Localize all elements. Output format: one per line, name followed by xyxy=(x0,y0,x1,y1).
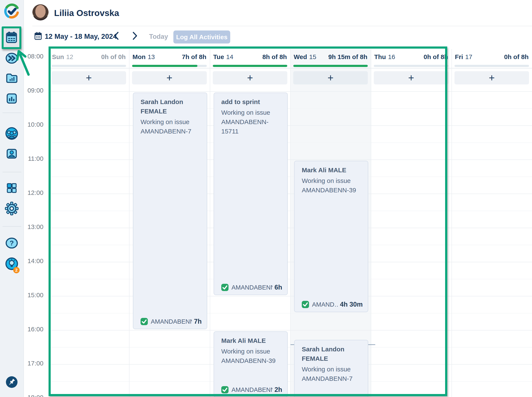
day-date: 14 xyxy=(226,53,233,60)
day-header-left: Thu16 xyxy=(374,53,395,65)
event-duration: 7h xyxy=(194,318,202,325)
previous-week-button[interactable] xyxy=(111,31,121,41)
add-activity-button-tue[interactable]: + xyxy=(213,71,287,84)
day-progress-bar xyxy=(293,65,368,67)
event-title: Sarah Landon FEMALE xyxy=(140,97,201,116)
folder-chart-icon xyxy=(5,71,18,86)
day-progress-bar xyxy=(213,65,287,67)
time-label: 13:00 xyxy=(21,223,43,230)
day-header-left: Tue14 xyxy=(213,53,233,65)
sidebar-item-teams[interactable] xyxy=(5,127,18,141)
week-calendar-grid: 08:0009:0010:0011:0012:0013:0014:0015:00… xyxy=(0,0,532,397)
sidebar: ? 2 xyxy=(0,0,24,397)
event-duration: 2h xyxy=(274,386,282,394)
event-footer: AMAND…4h 30m xyxy=(302,301,363,308)
question-icon: ? xyxy=(5,236,18,251)
column-divider xyxy=(210,49,210,397)
sidebar-item-apps[interactable] xyxy=(5,182,18,195)
toolbar: 12 May - 18 May, 2024 Today Log All Acti… xyxy=(32,28,532,45)
event-card[interactable]: Mark Ali MALEWorking on issue AMANDABENN… xyxy=(214,331,288,397)
day-header-left: Sun12 xyxy=(52,53,73,65)
log-all-activities-button[interactable]: Log All Activities xyxy=(173,31,230,43)
bar-chart-icon xyxy=(5,92,18,106)
sidebar-item-settings[interactable] xyxy=(5,202,18,216)
event-footer: AMANDABENN…6h xyxy=(221,284,282,291)
svg-text:?: ? xyxy=(10,239,14,247)
add-activity-button-sun[interactable]: + xyxy=(52,71,126,84)
issue-checkbox-icon[interactable] xyxy=(221,284,229,291)
day-logged-hours: 8h of 8h xyxy=(262,53,287,65)
sidebar-item-reports[interactable] xyxy=(5,92,18,106)
people-icon xyxy=(5,127,18,141)
day-progress-bar xyxy=(52,65,126,67)
sidebar-item-projects[interactable] xyxy=(5,72,18,85)
day-name: Fri xyxy=(455,53,463,60)
day-date: 16 xyxy=(388,53,395,60)
event-footer: AMANDABENN…2h xyxy=(221,386,282,394)
day-header-left: Wed15 xyxy=(294,53,316,65)
event-card[interactable]: Sarah Landon FEMALEWorking on issue AMAN… xyxy=(133,93,207,329)
user-name: Liliia Ostrovska xyxy=(54,8,119,18)
calendar-icon xyxy=(5,31,18,45)
day-progress-bar xyxy=(454,65,529,67)
day-header-mon: Mon137h of 8h xyxy=(129,49,210,65)
time-label: 11:00 xyxy=(21,155,43,162)
day-progress-bar xyxy=(132,65,207,67)
sidebar-divider xyxy=(3,112,21,113)
gear-icon xyxy=(5,202,18,216)
time-label: 08:00 xyxy=(21,53,43,60)
event-card[interactable]: add to sprintWorking on issue AMANDABENN… xyxy=(214,93,288,295)
grid-icon xyxy=(5,182,18,195)
event-card[interactable]: Mark Ali MALEWorking on issue AMANDABENN… xyxy=(294,161,368,312)
add-activity-button-mon[interactable]: + xyxy=(132,71,207,84)
day-header-fri: Fri170h of 8h xyxy=(452,49,532,65)
day-header-tue: Tue148h of 8h xyxy=(210,49,290,65)
day-header-sun: Sun120h of 0h xyxy=(48,49,129,65)
issue-checkbox-icon[interactable] xyxy=(302,301,309,308)
day-header-thu: Thu160h of 8h xyxy=(371,49,452,65)
event-footer: AMANDABENN…7h xyxy=(140,318,202,325)
event-title: Mark Ali MALE xyxy=(302,165,362,175)
next-week-button[interactable] xyxy=(130,31,140,41)
sidebar-item-collapse[interactable] xyxy=(5,52,18,65)
today-button[interactable]: Today xyxy=(149,33,168,41)
day-header-wed: Wed159h 15m of 8h xyxy=(290,49,371,65)
event-card[interactable]: Sarah Landon FEMALEWorking on issue AMAN… xyxy=(294,340,368,397)
tips-badge: 2 xyxy=(13,267,20,273)
person-card-icon xyxy=(5,147,18,161)
avatar[interactable] xyxy=(32,4,48,20)
sidebar-item-pin[interactable] xyxy=(5,376,18,389)
event-duration: 4h 30m xyxy=(340,301,363,308)
day-logged-hours: 0h of 0h xyxy=(101,53,126,65)
sidebar-item-help[interactable]: ? xyxy=(5,237,18,250)
day-date: 17 xyxy=(465,53,472,60)
event-subtitle: Working on issue AMANDABENN-15711 xyxy=(221,108,282,136)
add-activity-button-thu[interactable]: + xyxy=(374,71,448,84)
time-label: 16:00 xyxy=(21,326,43,333)
time-label: 10:00 xyxy=(21,121,43,128)
sidebar-item-profile[interactable] xyxy=(5,147,18,161)
day-logged-hours: 7h of 8h xyxy=(182,53,206,65)
column-divider xyxy=(129,49,129,397)
day-date: 13 xyxy=(148,53,155,60)
sidebar-item-calendar[interactable] xyxy=(2,26,21,49)
issue-checkbox-icon[interactable] xyxy=(221,386,229,393)
event-issue-key: AMAND… xyxy=(312,301,338,308)
date-range-label[interactable]: 12 May - 18 May, 2024 xyxy=(45,32,117,41)
event-issue-key: AMANDABENN… xyxy=(231,284,272,291)
day-progress-fill xyxy=(132,65,197,67)
day-name: Sun xyxy=(52,53,64,60)
issue-checkbox-icon[interactable] xyxy=(140,318,148,325)
day-header-left: Mon13 xyxy=(133,53,155,65)
event-title: Mark Ali MALE xyxy=(221,336,282,345)
add-activity-button-fri[interactable]: + xyxy=(454,71,529,84)
event-title: Sarah Landon FEMALE xyxy=(302,345,362,363)
day-name: Wed xyxy=(294,53,307,60)
day-name: Mon xyxy=(133,53,146,60)
app-logo-icon[interactable] xyxy=(3,2,21,20)
time-label: 17:00 xyxy=(21,360,43,367)
add-activity-button-wed[interactable]: + xyxy=(293,71,368,84)
sidebar-divider xyxy=(3,226,21,227)
event-subtitle: Working on issue AMANDABENN-39 xyxy=(221,347,282,366)
day-progress-fill xyxy=(293,65,368,67)
